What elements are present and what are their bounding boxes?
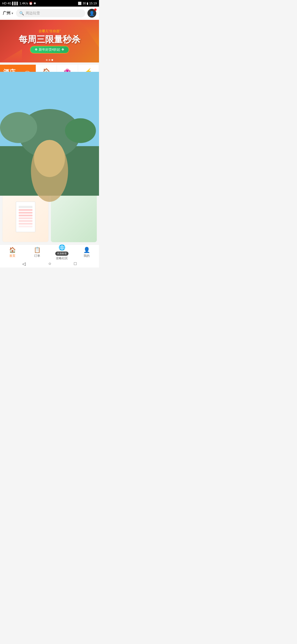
community-label: 攻略社区 (56, 256, 68, 260)
nav-community[interactable]: 🌐 未加标签 攻略社区 (50, 244, 74, 260)
mine-icon: 👤 (83, 247, 90, 253)
community-badge: 未加标签 (55, 252, 68, 256)
card-right-content (51, 187, 97, 242)
banner-subtitle: 去哪儿"任你选" (19, 29, 80, 34)
orders-icon: 📋 (34, 247, 41, 253)
community-icon: 🌐 (59, 244, 65, 251)
orders-label: 订单 (34, 254, 40, 258)
bottom-nav: 🏠 首页 📋 订单 🌐 未加标签 攻略社区 👤 我的 (0, 244, 99, 260)
mine-label: 我的 (84, 254, 90, 258)
banner-title: 每周三限量秒杀 (19, 35, 80, 44)
card-right-image (53, 189, 95, 240)
banner-badge: ❖ 新年好货4折起 ❖ (30, 46, 69, 53)
card-nature[interactable] (51, 187, 97, 242)
home-icon: 🏠 (9, 247, 16, 253)
banner-content: 去哪儿"任你选" 每周三限量秒杀 ❖ 新年好货4折起 ❖ (19, 29, 80, 53)
cards-section: 德云社 三庆园剧场价格表 (0, 185, 99, 244)
home-label: 首页 (9, 254, 15, 258)
nav-mine[interactable]: 👤 我的 (74, 245, 99, 260)
nav-orders[interactable]: 📋 订单 (25, 245, 50, 260)
nav-home[interactable]: 🏠 首页 (0, 245, 25, 260)
